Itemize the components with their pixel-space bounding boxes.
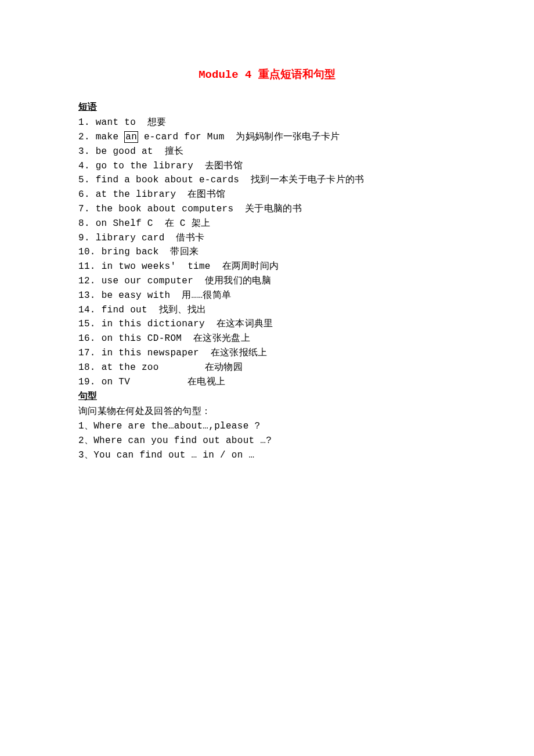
phrase-item: 15. in this dictionary 在这本词典里	[78, 317, 456, 332]
phrase-en-post: e-card for Mum	[138, 132, 225, 142]
phrase-zh: 在这本词典里	[217, 319, 273, 329]
phrase-zh: 用……很简单	[182, 290, 231, 301]
page-title: Module 4 重点短语和句型	[78, 67, 456, 84]
phrase-zh: 关于电脑的书	[245, 204, 302, 214]
phrase-num: 15.	[78, 319, 96, 329]
phrase-zh: 借书卡	[176, 233, 204, 243]
phrase-en: on Shelf C	[96, 218, 153, 229]
phrase-num: 18.	[78, 362, 96, 373]
phrase-item: 8. on Shelf C 在 C 架上	[78, 217, 456, 231]
phrase-num: 9.	[78, 233, 90, 243]
phrase-item: 6. at the library 在图书馆	[78, 188, 456, 202]
phrase-en: at the zoo	[102, 362, 193, 373]
phrase-item: 19. on TV 在电视上	[78, 375, 456, 390]
phrase-num: 7.	[78, 204, 90, 214]
phrase-item: 11. in two weeks' time 在两周时间内	[78, 260, 456, 274]
phrase-boxed-word: an	[124, 131, 138, 143]
phrase-en: bring back	[102, 247, 159, 257]
phrase-en: library card	[96, 233, 165, 243]
phrase-num: 19.	[78, 377, 96, 387]
phrase-num: 11.	[78, 261, 96, 272]
phrase-num: 16.	[78, 333, 96, 344]
phrase-en: on this CD-ROM	[102, 333, 182, 344]
phrase-zh: 在这张光盘上	[193, 333, 250, 344]
phrase-en: at the library	[96, 189, 176, 200]
phrase-num: 14.	[78, 305, 96, 315]
phrase-en: find a book about e-cards	[96, 175, 240, 185]
phrase-zh: 找到一本关于电子卡片的书	[251, 175, 365, 185]
phrase-zh: 在两周时间内	[222, 261, 279, 272]
phrase-num: 10.	[78, 247, 96, 257]
phrase-en-pre: make	[96, 132, 125, 142]
phrase-num: 3.	[78, 146, 90, 157]
phrase-item: 18. at the zoo 在动物园	[78, 361, 456, 375]
phrase-zh: 找到、找出	[159, 305, 207, 315]
sentence-item: 1、Where are the…about…,please ?	[78, 419, 456, 434]
phrase-zh: 使用我们的电脑	[205, 276, 271, 286]
phrase-zh: 擅长	[165, 146, 184, 157]
phrase-item: 4. go to the library 去图书馆	[78, 159, 456, 174]
phrase-item: 9. library card 借书卡	[78, 231, 456, 246]
phrase-zh: 在电视上	[187, 377, 225, 387]
sentence-item: 3、You can find out … in / on …	[78, 448, 456, 463]
phrases-list: 1. want to 想要2. make an e-card for Mum 为…	[78, 116, 456, 389]
phrase-en: use our computer	[102, 276, 193, 286]
phrase-item: 14. find out 找到、找出	[78, 303, 456, 318]
phrase-num: 5.	[78, 175, 90, 185]
phrase-zh: 在动物园	[205, 362, 243, 373]
phrase-en: in this newspaper	[102, 348, 199, 358]
phrase-en: on TV	[102, 377, 176, 387]
phrase-item: 2. make an e-card for Mum 为妈妈制作一张电子卡片	[78, 130, 456, 145]
phrase-zh: 在 C 架上	[165, 218, 211, 229]
phrase-en: want to	[96, 117, 136, 128]
phrase-item: 5. find a book about e-cards 找到一本关于电子卡片的…	[78, 173, 456, 188]
phrase-num: 1.	[78, 117, 90, 128]
phrase-en: be easy with	[102, 290, 171, 301]
phrase-zh: 带回来	[170, 247, 199, 257]
phrase-en: be good at	[96, 146, 153, 157]
phrase-item: 17. in this newspaper 在这张报纸上	[78, 346, 456, 361]
phrase-num: 8.	[78, 218, 90, 229]
phrase-item: 16. on this CD-ROM 在这张光盘上	[78, 332, 456, 346]
phrase-item: 13. be easy with 用……很简单	[78, 289, 456, 303]
phrase-num: 2.	[78, 132, 90, 142]
phrase-item: 7. the book about computers 关于电脑的书	[78, 202, 456, 217]
phrase-num: 13.	[78, 290, 96, 301]
phrase-zh: 想要	[147, 117, 167, 128]
phrase-num: 12.	[78, 276, 96, 286]
sentences-list: 1、Where are the…about…,please ?2、Where c…	[78, 419, 456, 462]
sentence-item: 2、Where can you find out about …?	[78, 434, 456, 448]
phrases-header: 短语	[78, 100, 456, 114]
sentences-intro: 询问某物在何处及回答的句型：	[78, 405, 456, 419]
sentences-header: 句型	[78, 389, 456, 404]
phrase-item: 12. use our computer 使用我们的电脑	[78, 274, 456, 289]
phrase-item: 10. bring back 带回来	[78, 245, 456, 260]
phrase-item: 3. be good at 擅长	[78, 145, 456, 159]
phrase-en: in two weeks' time	[102, 261, 211, 272]
phrase-num: 17.	[78, 348, 96, 358]
phrase-num: 4.	[78, 161, 90, 171]
phrase-en: in this dictionary	[102, 319, 205, 329]
phrase-zh: 为妈妈制作一张电子卡片	[236, 132, 340, 142]
phrase-en: the book about computers	[96, 204, 234, 214]
phrase-en: go to the library	[96, 161, 193, 171]
phrase-zh: 去图书馆	[205, 161, 243, 171]
phrase-item: 1. want to 想要	[78, 116, 456, 130]
phrase-zh: 在图书馆	[187, 189, 225, 200]
phrase-en: find out	[102, 305, 147, 315]
phrase-zh: 在这张报纸上	[211, 348, 268, 358]
phrase-num: 6.	[78, 189, 90, 200]
